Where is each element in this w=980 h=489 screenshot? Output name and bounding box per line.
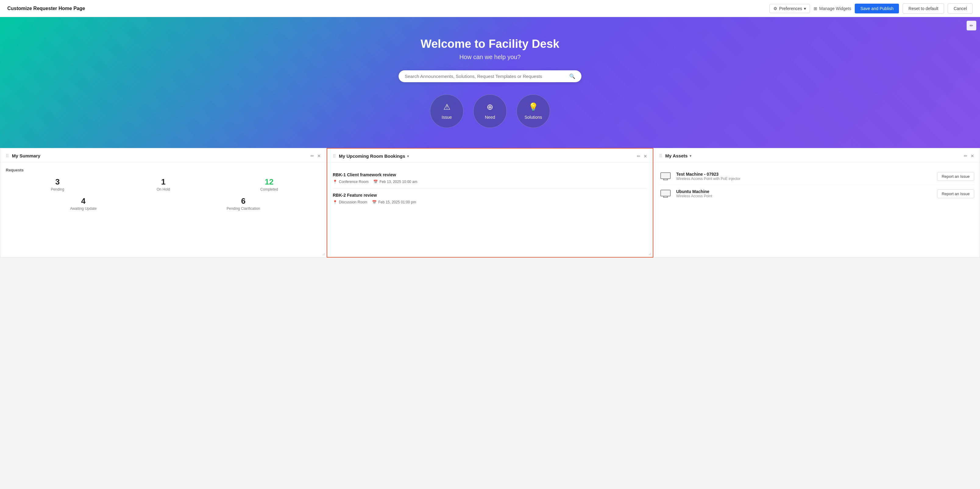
calendar-icon: 📅: [373, 179, 378, 184]
stat-pending-label: Pending: [6, 187, 109, 192]
stat-pending-clarification: 6 Pending Clarification: [166, 196, 321, 211]
assets-title-row: My Assets ▾: [665, 153, 691, 158]
hero-edit-button[interactable]: ✏: [967, 21, 976, 30]
stat-awaiting-value: 4: [6, 196, 161, 206]
asset-2-left: Ubuntu Machine Wireless Access Point: [659, 189, 712, 198]
stat-pending-value: 3: [6, 177, 109, 187]
my-assets-widget: ⠿ My Assets ▾ ✏ ✕: [653, 148, 980, 257]
my-summary-title: My Summary: [12, 153, 40, 158]
my-room-bookings-widget: ⠿ My Upcoming Room Bookings ▾ ✏ ✕ RBK-1 …: [327, 148, 653, 257]
asset-2-desc: Wireless Access Point: [676, 194, 712, 198]
location-icon: 📍: [333, 200, 337, 204]
solutions-label: Solutions: [525, 115, 542, 120]
manage-widgets-button[interactable]: ⊞ Manage Widgets: [814, 6, 851, 11]
chevron-down-icon: ▾: [804, 6, 806, 11]
stat-pending-clarification-label: Pending Clarification: [166, 206, 321, 211]
need-icon: ⊕: [487, 102, 493, 112]
report-issue-button-2[interactable]: Report an Issue: [937, 189, 974, 198]
assets-header-right: ✏ ✕: [964, 154, 974, 158]
bookings-close-icon[interactable]: ✕: [644, 154, 647, 159]
assets-edit-icon[interactable]: ✏: [964, 154, 967, 158]
asset-2-icon: [659, 189, 672, 198]
bookings-header-left: ⠿ My Upcoming Room Bookings ▾: [333, 154, 409, 159]
my-summary-close-icon[interactable]: ✕: [317, 154, 321, 158]
stat-awaiting: 4 Awaiting Update: [6, 196, 161, 211]
hero-need-button[interactable]: ⊕ Need: [473, 94, 507, 128]
stat-on-hold-value: 1: [111, 177, 215, 187]
hero-title: Welcome to Facility Desk: [0, 37, 980, 51]
svg-rect-0: [661, 173, 670, 179]
my-summary-body: Requests 3 Pending 1 On Hold 12 Complete…: [0, 162, 326, 216]
resize-handle[interactable]: ⊿: [649, 251, 652, 256]
search-icon: 🔍: [569, 73, 575, 79]
drag-icon[interactable]: ⠿: [6, 154, 9, 158]
booking-1-date: 📅 Feb 13, 2025 10:00 am: [373, 179, 417, 184]
search-input[interactable]: [405, 74, 569, 79]
bookings-edit-icon[interactable]: ✏: [637, 154, 641, 159]
assets-chevron-icon[interactable]: ▾: [690, 154, 691, 158]
search-bar: 🔍: [399, 70, 581, 82]
svg-rect-4: [661, 190, 670, 196]
booking-2-date: 📅 Feb 15, 2025 01:00 pm: [372, 200, 416, 204]
booking-1-meta: 📍 Conference Room 📅 Feb 13, 2025 10:00 a…: [333, 179, 647, 184]
my-summary-header-right: ✏ ✕: [310, 154, 321, 158]
resize-handle[interactable]: ⊿: [322, 252, 325, 256]
bookings-chevron-icon[interactable]: ▾: [407, 154, 409, 158]
assets-header: ⠿ My Assets ▾ ✏ ✕: [654, 148, 980, 162]
hero-subtitle: How can we help you?: [0, 54, 980, 60]
header-actions: ⚙ Preferences ▾ ⊞ Manage Widgets Save an…: [770, 3, 973, 14]
asset-item-2: Ubuntu Machine Wireless Access Point Rep…: [659, 185, 974, 202]
summary-stats-row1: 3 Pending 1 On Hold 12 Completed: [6, 177, 321, 192]
asset-1-desc: Wireless Access Point with PoE injector: [676, 176, 740, 181]
preferences-button[interactable]: ⚙ Preferences ▾: [770, 4, 810, 13]
assets-close-icon[interactable]: ✕: [970, 154, 974, 158]
assets-title: My Assets: [665, 153, 688, 158]
assets-header-left: ⠿ My Assets ▾: [659, 153, 691, 158]
hero-content: Welcome to Facility Desk How can we help…: [0, 37, 980, 128]
bookings-header: ⠿ My Upcoming Room Bookings ▾ ✏ ✕: [327, 149, 653, 163]
hero-issue-button[interactable]: ⚠ Issue: [430, 94, 463, 128]
bookings-body: RBK-1 Client framework review 📍 Conferen…: [327, 163, 653, 214]
monitor-icon: [660, 172, 671, 181]
drag-icon[interactable]: ⠿: [659, 154, 662, 158]
save-publish-button[interactable]: Save and Publish: [855, 4, 899, 13]
assets-body: Test Machine - 07923 Wireless Access Poi…: [654, 162, 980, 208]
drag-icon[interactable]: ⠿: [333, 154, 336, 159]
booking-1-location: 📍 Conference Room: [333, 179, 368, 184]
stat-on-hold: 1 On Hold: [111, 177, 215, 192]
booking-item-2: RBK-2 Feature review 📍 Discussion Room 📅…: [333, 189, 647, 209]
stat-awaiting-label: Awaiting Update: [6, 206, 161, 211]
stat-pending-clarification-value: 6: [166, 196, 321, 206]
stat-completed: 12 Completed: [218, 177, 321, 192]
report-issue-button-1[interactable]: Report an Issue: [937, 172, 974, 181]
booking-2-meta: 📍 Discussion Room 📅 Feb 15, 2025 01:00 p…: [333, 200, 647, 204]
issue-label: Issue: [442, 115, 452, 120]
asset-2-info: Ubuntu Machine Wireless Access Point: [676, 189, 712, 198]
bookings-header-right: ✏ ✕: [637, 154, 647, 159]
pencil-icon: ✏: [970, 23, 973, 28]
my-summary-header: ⠿ My Summary ✏ ✕: [0, 148, 326, 162]
search-bar-wrapper: 🔍: [0, 70, 980, 82]
location-icon: 📍: [333, 179, 337, 184]
stat-on-hold-label: On Hold: [111, 187, 215, 192]
asset-1-icon: [659, 171, 672, 181]
hero-solutions-button[interactable]: 💡 Solutions: [517, 94, 550, 128]
stat-completed-label: Completed: [218, 187, 321, 192]
page-header: Customize Requester Home Page ⚙ Preferen…: [0, 0, 980, 17]
cancel-button[interactable]: Cancel: [948, 3, 973, 14]
my-summary-widget: ⠿ My Summary ✏ ✕ Requests 3 Pending 1 On…: [0, 148, 327, 257]
stat-completed-value: 12: [218, 177, 321, 187]
monitor-icon: [660, 189, 671, 198]
asset-item-1: Test Machine - 07923 Wireless Access Poi…: [659, 168, 974, 185]
asset-1-left: Test Machine - 07923 Wireless Access Poi…: [659, 171, 740, 181]
booking-item-1: RBK-1 Client framework review 📍 Conferen…: [333, 168, 647, 189]
my-summary-edit-icon[interactable]: ✏: [310, 154, 314, 158]
asset-1-info: Test Machine - 07923 Wireless Access Poi…: [676, 172, 740, 181]
reset-button[interactable]: Reset to default: [903, 3, 944, 14]
page-title: Customize Requester Home Page: [7, 6, 85, 11]
asset-2-name: Ubuntu Machine: [676, 189, 712, 194]
booking-2-title: RBK-2 Feature review: [333, 193, 647, 198]
bookings-title: My Upcoming Room Bookings: [339, 154, 405, 159]
summary-stats-row2: 4 Awaiting Update 6 Pending Clarificatio…: [6, 196, 321, 211]
booking-1-title: RBK-1 Client framework review: [333, 172, 647, 177]
